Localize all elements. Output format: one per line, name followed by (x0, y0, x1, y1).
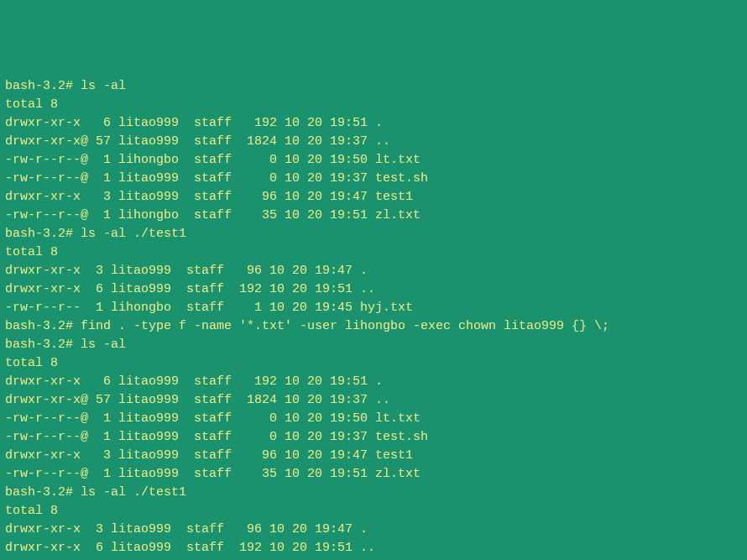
ls-row: drwxr-xr-x 6 litao999 staff 192 10 20 19… (5, 539, 742, 557)
ls-row: drwxr-xr-x@ 57 litao999 staff 1824 10 20… (5, 391, 742, 410)
shell-command: ls -al (81, 338, 126, 352)
ls-row: -rw-r--r--@ 1 litao999 staff 0 10 20 19:… (5, 410, 742, 428)
ls-row: drwxr-xr-x 3 litao999 staff 96 10 20 19:… (5, 521, 742, 539)
ls-total: total 8 (5, 354, 742, 373)
shell-command: find . -type f -name '*.txt' -user lihon… (81, 319, 609, 333)
ls-total: total 8 (5, 502, 742, 521)
cmd-ls-test1-2: bash-3.2# ls -al ./test1 (5, 484, 742, 502)
ls-row: drwxr-xr-x@ 57 litao999 staff 1824 10 20… (5, 133, 742, 151)
ls-row: drwxr-xr-x 3 litao999 staff 96 10 20 19:… (5, 262, 742, 280)
ls-row: -rw-r--r--@ 1 litao999 staff 0 10 20 19:… (5, 170, 742, 188)
cmd-ls-al-1: bash-3.2# ls -al (5, 77, 742, 96)
shell-prompt: bash-3.2# (5, 319, 81, 333)
ls-row: drwxr-xr-x 6 litao999 staff 192 10 20 19… (5, 373, 742, 391)
shell-prompt: bash-3.2# (5, 485, 81, 500)
shell-command: ls -al (81, 79, 126, 93)
cmd-find-chown: bash-3.2# find . -type f -name '*.txt' -… (5, 317, 742, 336)
ls-row: -rw-r--r--@ 1 lihongbo staff 0 10 20 19:… (5, 151, 742, 170)
ls-row: drwxr-xr-x 6 litao999 staff 192 10 20 19… (5, 114, 742, 133)
shell-command: ls -al ./test1 (81, 485, 186, 500)
terminal-output[interactable]: bash-3.2# ls -altotal 8drwxr-xr-x 6 lita… (5, 77, 742, 560)
ls-row: -rw-r--r--@ 1 litao999 staff 35 10 20 19… (5, 465, 742, 484)
cmd-ls-test1-1: bash-3.2# ls -al ./test1 (5, 225, 742, 243)
ls-total: total 8 (5, 243, 742, 262)
ls-row: drwxr-xr-x 6 litao999 staff 192 10 20 19… (5, 280, 742, 299)
ls-row: -rw-r--r--@ 1 litao999 staff 0 10 20 19:… (5, 428, 742, 447)
ls-row: drwxr-xr-x 3 litao999 staff 96 10 20 19:… (5, 447, 742, 465)
shell-prompt: bash-3.2# (5, 227, 81, 241)
shell-prompt: bash-3.2# (5, 79, 81, 93)
ls-total: total 8 (5, 96, 742, 114)
ls-row: -rw-r--r-- 1 lihongbo staff 1 10 20 19:4… (5, 299, 742, 317)
shell-prompt: bash-3.2# (5, 338, 81, 352)
cmd-ls-al-2: bash-3.2# ls -al (5, 336, 742, 354)
ls-row: -rw-r--r--@ 1 lihongbo staff 35 10 20 19… (5, 207, 742, 225)
shell-command: ls -al ./test1 (81, 227, 186, 241)
ls-row: drwxr-xr-x 3 litao999 staff 96 10 20 19:… (5, 188, 742, 207)
